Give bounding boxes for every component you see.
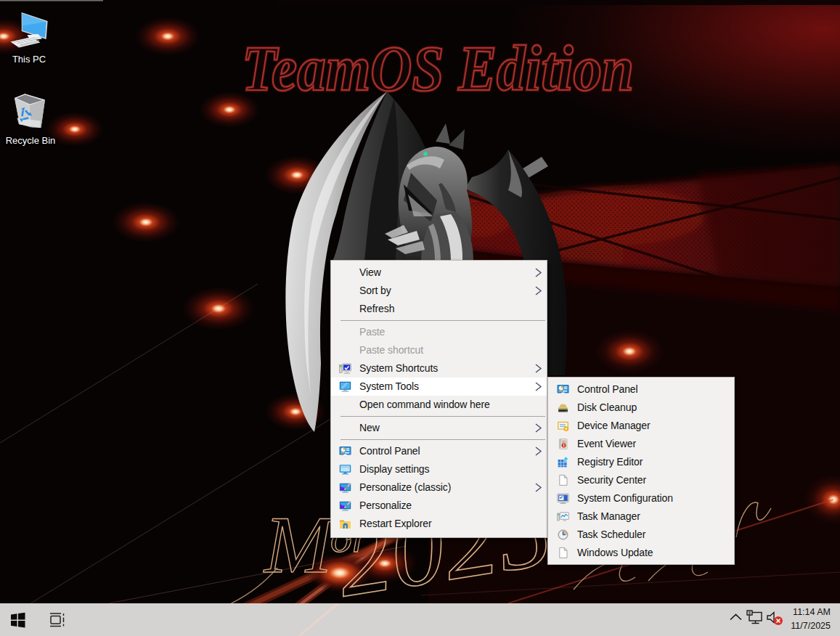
svg-text:TeamOS Edition: TeamOS Edition <box>242 33 634 104</box>
svg-text:M: M <box>263 500 336 590</box>
